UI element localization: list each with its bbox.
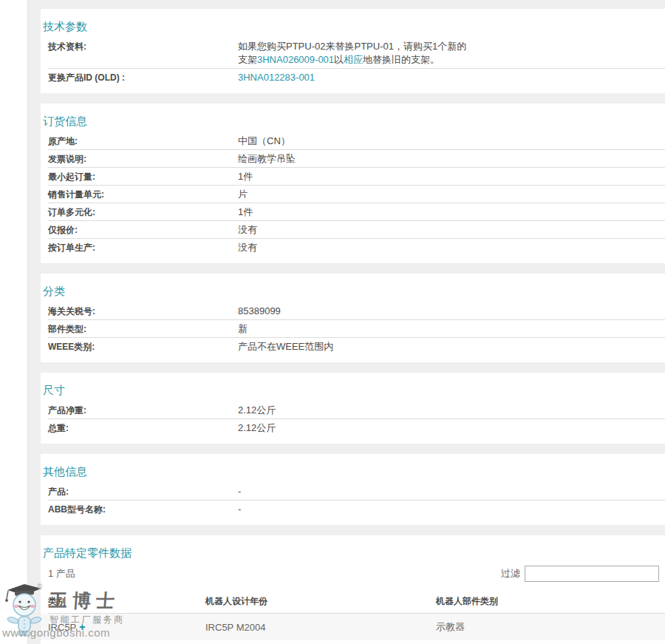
section-title-product-specific-parts: 产品特定零件数据 — [43, 544, 665, 558]
row-country-of-origin: 原产地: 中国（CN） — [48, 132, 665, 150]
row-value: 1件 — [238, 170, 253, 183]
row-label: 订单多元化: — [48, 206, 238, 219]
row-value: 中国（CN） — [238, 135, 290, 147]
row-label: 海关关税号: — [48, 305, 238, 318]
section-technical-parameters: 技术参数 技术资料: 如果您购买PTPU-02来替换PTPU-01，请购买1个新… — [41, 9, 665, 93]
expand-plus-icon[interactable]: + — [79, 621, 85, 633]
row-label: 最小起订量: — [48, 170, 238, 183]
row-value: - — [238, 485, 241, 498]
section-classification: 分类 海关关税号: 85389099 部件类型: 新 WEEE类别: 产品不在W… — [41, 274, 665, 362]
section-title-ordering-info: 订货信息 — [43, 112, 665, 126]
row-quote-only: 仅报价: 没有 — [48, 221, 665, 239]
row-gross-weight: 总重: 2.12公斤 — [48, 419, 665, 436]
row-label: 仅报价: — [48, 223, 238, 237]
column-header-robot-design-year: 机器人设计年份 — [205, 595, 436, 608]
row-part-type: 部件类型: 新 — [48, 320, 665, 338]
row-value: 85389099 — [238, 305, 281, 317]
section-title-technical-parameters: 技术参数 — [43, 18, 665, 32]
section-dimensions: 尺寸 产品净重: 2.12公斤 总重: 2.12公斤 — [41, 373, 665, 444]
section-title-other-info: 其他信息 — [43, 463, 665, 477]
column-header-category: 类别 — [48, 595, 205, 608]
row-minimum-order-qty: 最小起订量: 1件 — [48, 168, 665, 186]
row-customs-tariff-number: 海关关税号: 85389099 — [48, 302, 665, 320]
cell-robot-part-category: 示教器 — [436, 620, 665, 634]
table-row: IRC5P+ IRC5P M2004 示教器 — [41, 614, 665, 640]
category-link[interactable]: IRC5P — [48, 622, 76, 633]
filter-input[interactable] — [525, 566, 659, 582]
doc-text-2: 以 — [334, 54, 344, 65]
row-value: - — [238, 503, 241, 515]
row-value: 2.12公斤 — [238, 421, 276, 434]
section-title-dimensions: 尺寸 — [43, 382, 665, 396]
row-value: 2.12公斤 — [238, 404, 276, 416]
technical-documents-value: 如果您购买PTPU-02来替换PTPU-01，请购买1个新的支架3HNA0260… — [238, 40, 473, 67]
cell-category: IRC5P+ — [48, 621, 205, 633]
row-value: 1件 — [238, 206, 253, 218]
row-replaced-product-id: 更换产品ID (OLD) : 3HNA012283-001 — [48, 69, 665, 86]
row-value: 片 — [238, 188, 248, 200]
row-label: 发票说明: — [48, 152, 238, 166]
replaced-product-id-link[interactable]: 3HNA012283-001 — [238, 72, 315, 83]
row-sales-unit: 销售计量单元: 片 — [48, 186, 665, 203]
row-value: 没有 — [238, 223, 257, 236]
bracket-part-link[interactable]: 3HNA026009-001 — [257, 54, 334, 65]
page-content-area: 技术参数 技术资料: 如果您购买PTPU-02来替换PTPU-01，请购买1个新… — [27, 0, 665, 644]
row-weee-category: WEEE类别: 产品不在WEEE范围内 — [48, 338, 665, 355]
row-label: ABB型号名称: — [48, 503, 238, 516]
row-label: 原产地: — [48, 135, 238, 148]
row-label: 按订单生产: — [48, 241, 238, 254]
row-product-net-weight: 产品净重: 2.12公斤 — [48, 401, 665, 419]
section-other-info: 其他信息 产品: - ABB型号名称: - — [41, 454, 665, 525]
row-label: 销售计量单元: — [48, 188, 238, 201]
parts-table-header: 类别 机器人设计年份 机器人部件类别 — [48, 589, 665, 614]
row-value: 新 — [238, 322, 248, 335]
row-invoice-description: 发票说明: 绘画教学吊坠 — [48, 150, 665, 168]
row-value: 绘画教学吊坠 — [238, 152, 296, 165]
row-value: 产品不在WEEE范围内 — [238, 340, 333, 353]
row-label: 技术资料: — [48, 40, 238, 53]
row-order-multiple: 订单多元化: 1件 — [48, 203, 665, 221]
section-ordering-info: 订货信息 原产地: 中国（CN） 发票说明: 绘画教学吊坠 最小起订量: 1件 … — [41, 104, 665, 263]
row-label: 部件类型: — [48, 322, 238, 336]
parts-toolbar: 1 产品 过滤 — [48, 566, 659, 582]
column-header-robot-part-category: 机器人部件类别 — [436, 595, 665, 608]
row-label: 更换产品ID (OLD) : — [48, 71, 238, 84]
section-product-specific-parts: 产品特定零件数据 1 产品 过滤 类别 机器人设计年份 机器人部件类别 IRC5… — [41, 535, 665, 644]
row-label: 总重: — [48, 421, 238, 435]
row-label: 产品净重: — [48, 404, 238, 417]
accordingly-link[interactable]: 相应 — [344, 54, 363, 65]
row-value: 没有 — [238, 241, 257, 254]
row-technical-documents: 技术资料: 如果您购买PTPU-02来替换PTPU-01，请购买1个新的支架3H… — [48, 38, 665, 69]
parts-count: 1 产品 — [48, 567, 75, 580]
row-abb-type-designation: ABB型号名称: - — [48, 501, 665, 518]
row-product: 产品: - — [48, 483, 665, 501]
doc-text-3: 地替换旧的支架。 — [363, 54, 440, 65]
cell-robot-design-year: IRC5P M2004 — [205, 622, 436, 633]
filter-label: 过滤 — [501, 567, 520, 580]
row-label: 产品: — [48, 485, 238, 498]
row-made-to-order: 按订单生产: 没有 — [48, 239, 665, 256]
section-title-classification: 分类 — [43, 282, 665, 296]
row-label: WEEE类别: — [48, 340, 238, 353]
